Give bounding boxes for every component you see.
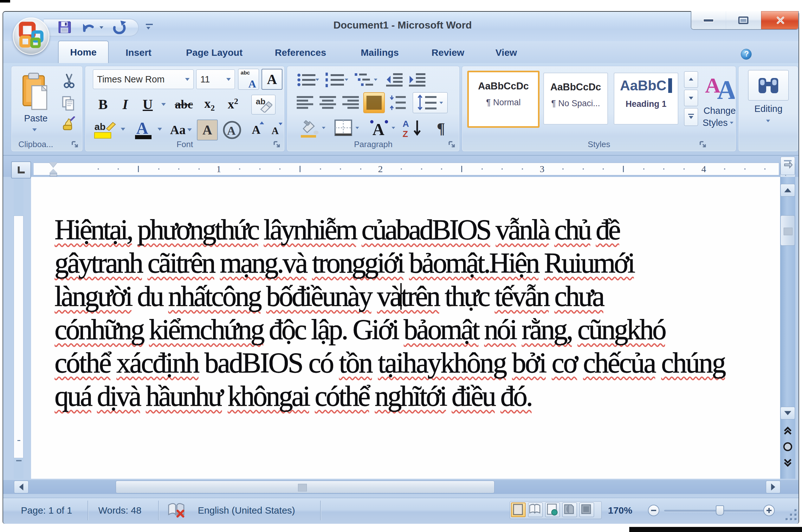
svg-text:ab: ab <box>94 121 106 132</box>
svg-text:A: A <box>227 124 236 137</box>
svg-text:A: A <box>373 120 384 138</box>
svg-text:ab: ab <box>256 97 265 106</box>
svg-text:A: A <box>403 119 409 129</box>
svg-text:Z: Z <box>403 129 408 138</box>
svg-text:A: A <box>136 120 148 137</box>
svg-text:A: A <box>717 75 735 103</box>
